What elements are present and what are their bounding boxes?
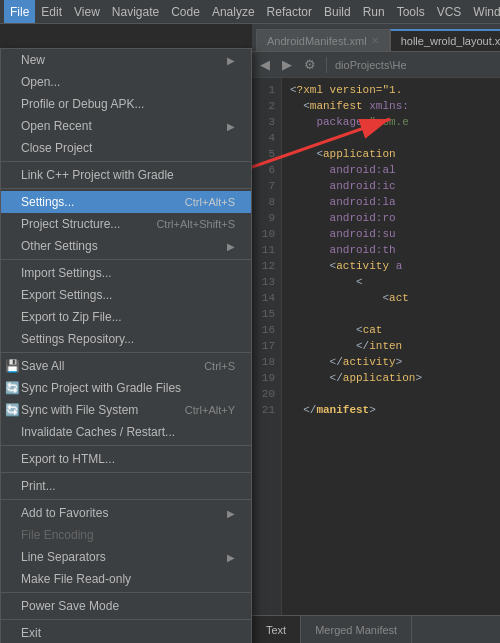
menu-build[interactable]: Build (318, 0, 357, 23)
menu-item-import-settings[interactable]: Import Settings... (1, 262, 251, 284)
menu-item-project-structure[interactable]: Project Structure... Ctrl+Alt+Shift+S (1, 213, 251, 235)
separator-3 (1, 259, 251, 260)
toolbar-gear-btn[interactable]: ⚙ (300, 55, 320, 74)
separator-8 (1, 592, 251, 593)
menu-file[interactable]: File (4, 0, 35, 23)
menu-item-open[interactable]: Open... (1, 71, 251, 93)
file-dropdown: New ▶ Open... Profile or Debug APK... Op… (0, 48, 252, 643)
separator-6 (1, 472, 251, 473)
tab-bar: AndroidManifest.xml ✕ holle_wrold_layout… (252, 24, 500, 52)
menu-item-other-settings[interactable]: Other Settings ▶ (1, 235, 251, 257)
sync-gradle-icon: 🔄 (5, 381, 19, 395)
submenu-arrow-line-sep: ▶ (227, 552, 235, 563)
tab-holle-wrold-layout[interactable]: holle_wrold_layout.xml ✕ (390, 29, 500, 51)
submenu-arrow-recent: ▶ (227, 121, 235, 132)
menu-code[interactable]: Code (165, 0, 206, 23)
menu-item-new[interactable]: New ▶ (1, 49, 251, 71)
menu-item-file-encoding[interactable]: File Encoding (1, 524, 251, 546)
menu-item-link-cpp[interactable]: Link C++ Project with Gradle (1, 164, 251, 186)
menu-run[interactable]: Run (357, 0, 391, 23)
menu-window[interactable]: Window (467, 0, 500, 23)
menu-item-make-readonly[interactable]: Make File Read-only (1, 568, 251, 590)
menu-bar: File Edit View Navigate Code Analyze Ref… (0, 0, 500, 24)
menu-item-settings-repository[interactable]: Settings Repository... (1, 328, 251, 350)
separator-5 (1, 445, 251, 446)
tab-close-manifest[interactable]: ✕ (371, 35, 379, 46)
path-label: dioProjects\He (335, 59, 407, 71)
separator-9 (1, 619, 251, 620)
menu-item-settings[interactable]: Settings... Ctrl+Alt+S (1, 191, 251, 213)
menu-vcs[interactable]: VCS (431, 0, 468, 23)
code-editor: 1234 5678 9101112 13141516 17181920 21 <… (252, 78, 500, 615)
menu-navigate[interactable]: Navigate (106, 0, 165, 23)
menu-refactor[interactable]: Refactor (261, 0, 318, 23)
menu-item-close-project[interactable]: Close Project (1, 137, 251, 159)
sync-fs-icon: 🔄 (5, 403, 19, 417)
menu-item-add-favorites[interactable]: Add to Favorites ▶ (1, 502, 251, 524)
separator-4 (1, 352, 251, 353)
separator-1 (1, 161, 251, 162)
menu-item-power-save[interactable]: Power Save Mode (1, 595, 251, 617)
line-numbers: 1234 5678 9101112 13141516 17181920 21 (252, 78, 282, 615)
separator-2 (1, 188, 251, 189)
menu-item-save-all[interactable]: 💾 Save All Ctrl+S (1, 355, 251, 377)
submenu-arrow-favorites: ▶ (227, 508, 235, 519)
menu-item-line-separators[interactable]: Line Separators ▶ (1, 546, 251, 568)
submenu-arrow-new: ▶ (227, 55, 235, 66)
toolbar-row: ◀ ▶ ⚙ dioProjects\He (252, 52, 500, 78)
menu-item-invalidate-caches[interactable]: Invalidate Caches / Restart... (1, 421, 251, 443)
menu-tools[interactable]: Tools (391, 0, 431, 23)
menu-analyze[interactable]: Analyze (206, 0, 261, 23)
code-content[interactable]: <?xml version="1. <manifest xmlns: packa… (282, 78, 500, 615)
editor-area: AndroidManifest.xml ✕ holle_wrold_layout… (252, 24, 500, 643)
tab-merged-manifest[interactable]: Merged Manifest (301, 616, 412, 643)
menu-item-print[interactable]: Print... (1, 475, 251, 497)
separator-7 (1, 499, 251, 500)
toolbar-back-btn[interactable]: ◀ (256, 55, 274, 74)
menu-item-sync-filesystem[interactable]: 🔄 Sync with File System Ctrl+Alt+Y (1, 399, 251, 421)
toolbar-sep (326, 57, 327, 73)
tab-text[interactable]: Text (252, 616, 301, 643)
bottom-tabs: Text Merged Manifest (252, 615, 500, 643)
menu-item-sync-gradle[interactable]: 🔄 Sync Project with Gradle Files (1, 377, 251, 399)
submenu-arrow-other: ▶ (227, 241, 235, 252)
tab-android-manifest[interactable]: AndroidManifest.xml ✕ (256, 29, 390, 51)
menu-item-export-settings[interactable]: Export Settings... (1, 284, 251, 306)
menu-item-exit[interactable]: Exit (1, 622, 251, 643)
menu-item-profile-debug[interactable]: Profile or Debug APK... (1, 93, 251, 115)
menu-edit[interactable]: Edit (35, 0, 68, 23)
menu-view[interactable]: View (68, 0, 106, 23)
save-icon: 💾 (5, 359, 19, 373)
ide-content: New ▶ Open... Profile or Debug APK... Op… (0, 24, 500, 643)
toolbar-forward-btn[interactable]: ▶ (278, 55, 296, 74)
menu-item-export-html[interactable]: Export to HTML... (1, 448, 251, 470)
menu-item-export-zip[interactable]: Export to Zip File... (1, 306, 251, 328)
menu-item-open-recent[interactable]: Open Recent ▶ (1, 115, 251, 137)
